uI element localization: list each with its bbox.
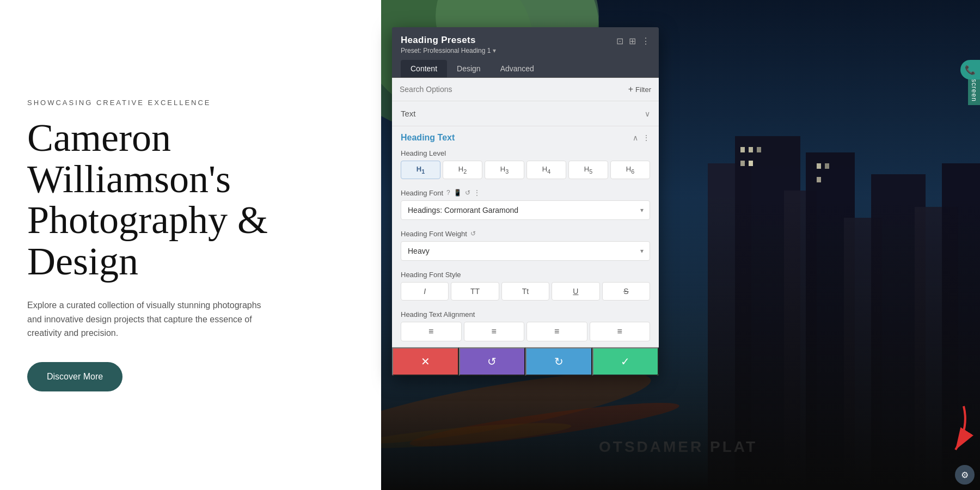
heading-text-header[interactable]: Heading Text ∧ ⋮ bbox=[392, 126, 659, 145]
heading-font-select[interactable]: Headings: Cormorant Garamond bbox=[401, 200, 650, 220]
heading-font-select-wrapper: Headings: Cormorant Garamond ▾ bbox=[401, 200, 650, 220]
svg-rect-18 bbox=[825, 163, 829, 169]
svg-rect-13 bbox=[749, 147, 753, 152]
heading-text-alignment-field: Heading Text Alignment ≡ ≡ ≡ ≡ bbox=[392, 306, 659, 347]
svg-rect-15 bbox=[740, 161, 745, 166]
svg-rect-19 bbox=[817, 177, 821, 182]
panel-title: Heading Presets bbox=[401, 35, 496, 46]
bottom-right-settings-icon[interactable]: ⚙ bbox=[955, 465, 975, 485]
heading-font-style-field: Heading Font Style I TT Tt U S bbox=[392, 266, 659, 306]
alignment-buttons: ≡ ≡ ≡ ≡ bbox=[401, 322, 650, 341]
heading-font-label: Heading Font bbox=[401, 189, 443, 197]
cancel-button[interactable]: ✕ bbox=[392, 347, 459, 376]
heading-text-alignment-label: Heading Text Alignment bbox=[401, 310, 650, 318]
confirm-button[interactable]: ✓ bbox=[592, 347, 659, 376]
bottom-toolbar: ✕ ↺ ↻ ✓ bbox=[392, 347, 659, 376]
panel-more-icon[interactable]: ⋮ bbox=[641, 36, 650, 46]
heading-text-section: Heading Text ∧ ⋮ Heading Level H1 H2 H3 … bbox=[392, 126, 659, 347]
heading-font-weight-label: Heading Font Weight bbox=[401, 230, 467, 238]
tab-content[interactable]: Content bbox=[401, 60, 447, 77]
h5-button[interactable]: H5 bbox=[568, 161, 608, 179]
search-input[interactable] bbox=[400, 85, 624, 94]
h2-button[interactable]: H2 bbox=[443, 161, 482, 179]
h1-button[interactable]: H1 bbox=[401, 161, 440, 179]
discover-more-button[interactable]: Discover More bbox=[27, 362, 122, 391]
heading-font-style-label: Heading Font Style bbox=[401, 271, 650, 279]
filter-plus-icon: + bbox=[628, 84, 633, 94]
phone-circle[interactable]: 📞 bbox=[960, 60, 980, 79]
mobile-icon[interactable]: 📱 bbox=[454, 189, 462, 197]
align-justify-button[interactable]: ≡ bbox=[590, 322, 651, 341]
svg-rect-17 bbox=[817, 163, 821, 169]
more-font-icon[interactable]: ⋮ bbox=[474, 189, 480, 197]
align-left-button[interactable]: ≡ bbox=[401, 322, 462, 341]
heading-font-field: Heading Font ? 📱 ↺ ⋮ Headings: Cormorant… bbox=[392, 185, 659, 225]
filter-button[interactable]: + Filter bbox=[628, 84, 651, 94]
panel-header: Heading Presets Preset: Professional Hea… bbox=[392, 27, 659, 54]
align-right-button[interactable]: ≡ bbox=[526, 322, 587, 341]
heading-presets-panel: Heading Presets Preset: Professional Hea… bbox=[392, 27, 659, 376]
svg-rect-14 bbox=[757, 147, 761, 152]
capitalize-button[interactable]: Tt bbox=[501, 282, 549, 301]
panel-resize-icon[interactable]: ⊡ bbox=[616, 36, 623, 46]
heading-font-weight-select[interactable]: Heavy bbox=[401, 241, 650, 261]
heading-level-buttons: H1 H2 H3 H4 H5 H6 bbox=[401, 161, 650, 179]
heading-font-weight-select-wrapper: Heavy ▾ bbox=[401, 241, 650, 261]
style-buttons: I TT Tt U S bbox=[401, 282, 650, 301]
redo-button[interactable]: ↻ bbox=[525, 347, 592, 376]
chevron-down-icon: ∨ bbox=[645, 109, 650, 118]
text-section-collapsed[interactable]: Text ∨ bbox=[392, 101, 659, 126]
description: Explore a curated collection of visually… bbox=[27, 298, 278, 340]
italic-button[interactable]: I bbox=[401, 282, 449, 301]
filter-label: Filter bbox=[635, 85, 651, 94]
svg-rect-12 bbox=[740, 147, 745, 152]
heading-level-label: Heading Level bbox=[401, 149, 650, 157]
collapse-icon[interactable]: ∧ bbox=[633, 133, 638, 142]
right-panel: OTSDAMER PLAT 📞 Offscreen Heading Preset… bbox=[381, 0, 980, 490]
reset-icon[interactable]: ↺ bbox=[465, 189, 470, 197]
panel-tabs: Content Design Advanced bbox=[392, 54, 659, 78]
svg-rect-16 bbox=[749, 161, 753, 166]
strikethrough-button[interactable]: S bbox=[602, 282, 650, 301]
panel-header-icons: ⊡ ⊞ ⋮ bbox=[616, 35, 650, 46]
undo-button[interactable]: ↺ bbox=[459, 347, 526, 376]
search-row: + Filter bbox=[392, 78, 659, 101]
uppercase-button[interactable]: TT bbox=[451, 282, 499, 301]
main-heading: Cameron Williamson's Photography & Desig… bbox=[27, 118, 354, 282]
subtitle: SHOWCASING CREATIVE EXCELLENCE bbox=[27, 99, 354, 107]
underline-button[interactable]: U bbox=[552, 282, 599, 301]
reset-weight-icon[interactable]: ↺ bbox=[470, 230, 476, 237]
text-section-label: Text bbox=[401, 109, 416, 118]
h6-button[interactable]: H6 bbox=[610, 161, 650, 179]
h4-button[interactable]: H4 bbox=[526, 161, 566, 179]
heading-level-field: Heading Level H1 H2 H3 H4 H5 H6 bbox=[392, 145, 659, 185]
panel-grid-icon[interactable]: ⊞ bbox=[629, 36, 636, 46]
help-icon[interactable]: ? bbox=[446, 189, 450, 197]
panel-body: + Filter Text ∨ Heading Text ∧ ⋮ bbox=[392, 78, 659, 376]
tab-design[interactable]: Design bbox=[447, 60, 491, 77]
align-center-button[interactable]: ≡ bbox=[464, 322, 525, 341]
more-options-icon[interactable]: ⋮ bbox=[642, 133, 650, 142]
tab-advanced[interactable]: Advanced bbox=[491, 60, 544, 77]
left-content-panel: SHOWCASING CREATIVE EXCELLENCE Cameron W… bbox=[0, 0, 381, 490]
panel-preset: Preset: Professional Heading 1 ▾ bbox=[401, 47, 496, 54]
h3-button[interactable]: H3 bbox=[485, 161, 524, 179]
heading-font-weight-field: Heading Font Weight ↺ Heavy ▾ bbox=[392, 225, 659, 266]
heading-text-label: Heading Text bbox=[401, 133, 455, 143]
